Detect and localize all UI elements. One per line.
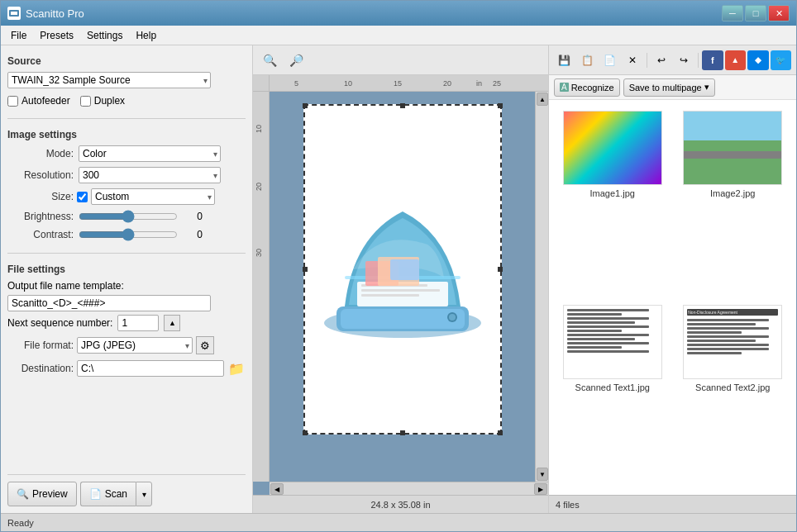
duplex-checkbox-label[interactable]: Duplex	[80, 95, 125, 107]
gallery-item-4[interactable]: Non-Disclosure Agreement Scanne	[676, 301, 790, 488]
autofeeder-duplex-row: Autofeeder Duplex	[7, 95, 246, 107]
destination-input[interactable]	[77, 360, 224, 377]
scan-dropdown-button[interactable]: ▾	[136, 482, 152, 506]
scroll-right-button[interactable]: ▶	[534, 483, 547, 495]
handle-bl[interactable]	[303, 430, 308, 435]
scroll-left-button[interactable]: ◀	[270, 483, 284, 495]
contrast-slider[interactable]	[79, 228, 178, 241]
recognize-button[interactable]: A Recognize	[554, 78, 620, 97]
title-bar: Scanitto Pro ─ □ ✕	[1, 1, 796, 26]
seq-row: Next sequence number: ▲	[7, 315, 246, 331]
size-row: Size: Custom A4 Letter Legal	[7, 188, 246, 205]
horizontal-scrollbar[interactable]: ◀ ▶	[270, 482, 548, 495]
output-template-label: Output file name template:	[7, 280, 246, 292]
gallery-name-3: Scanned Text1.jpg	[575, 382, 650, 392]
svg-text:5: 5	[294, 79, 298, 88]
handle-rm[interactable]	[498, 267, 503, 272]
title-bar-left: Scanitto Pro	[7, 7, 84, 20]
gallery-name-2: Image2.jpg	[710, 188, 755, 198]
format-settings-button[interactable]: ⚙	[196, 336, 214, 354]
file-count: 4 files	[556, 500, 580, 510]
menu-settings[interactable]: Settings	[80, 28, 129, 43]
handle-br[interactable]	[498, 430, 503, 435]
gallery-item-2[interactable]: Image2.jpg	[676, 107, 790, 294]
gallery-copy-button[interactable]: 📋	[577, 50, 599, 70]
svg-rect-16	[361, 289, 440, 292]
toolbar-separator-1	[647, 53, 647, 68]
undo-icon: ↩	[657, 55, 666, 66]
chevron-down-icon: ▾	[142, 490, 146, 499]
menu-presets[interactable]: Presets	[33, 28, 80, 43]
menu-bar: File Presets Settings Help	[1, 26, 796, 45]
scan-region	[303, 104, 502, 435]
zoom-in-button[interactable]: 🔍	[258, 50, 281, 71]
mode-row: Mode: Color Grayscale Black & White	[7, 145, 246, 162]
ocr-icon: A	[560, 83, 569, 92]
output-template-input[interactable]	[7, 295, 211, 311]
vertical-scrollbar[interactable]: ▲ ▼	[535, 92, 548, 482]
svg-text:20: 20	[255, 183, 263, 191]
scroll-down-button[interactable]: ▼	[537, 468, 548, 481]
mode-label: Mode:	[7, 148, 74, 159]
destination-label: Destination:	[7, 363, 74, 374]
handle-tr[interactable]	[498, 103, 503, 108]
preview-button[interactable]: 🔍 Preview	[7, 482, 77, 506]
window-title: Scanitto Pro	[26, 7, 84, 20]
handle-tm[interactable]	[400, 103, 405, 108]
dropbox-button[interactable]: ◆	[747, 50, 768, 70]
svg-rect-21	[390, 259, 419, 280]
zoom-out-button[interactable]: 🔎	[284, 50, 308, 71]
svg-text:20: 20	[443, 79, 451, 88]
destination-row: Destination: 📁	[7, 359, 246, 378]
gallery-undo-button[interactable]: ↩	[651, 50, 672, 70]
autofeeder-checkbox[interactable]	[7, 96, 18, 107]
gallery-save-button[interactable]: 💾	[554, 50, 575, 70]
left-panel: Source TWAIN_32 Sample Source Autofeeder…	[1, 45, 253, 513]
menu-file[interactable]: File	[4, 28, 33, 43]
minimize-button[interactable]: ─	[722, 5, 743, 21]
close-button[interactable]: ✕	[768, 5, 790, 21]
main-content: Source TWAIN_32 Sample Source Autofeeder…	[1, 45, 796, 513]
twitter-button[interactable]: 🐦	[771, 50, 791, 70]
scroll-up-button[interactable]: ▲	[537, 93, 548, 106]
gallery-item-3[interactable]: Scanned Text1.jpg	[556, 301, 670, 488]
gallery-item-1[interactable]: Image1.jpg	[556, 107, 670, 294]
facebook-button[interactable]: f	[702, 50, 723, 70]
brightness-slider[interactable]	[79, 210, 178, 223]
svg-text:30: 30	[255, 249, 263, 257]
file-settings-label: File settings	[7, 264, 246, 275]
gallery-thumb-4: Non-Disclosure Agreement	[683, 305, 782, 379]
autofeeder-checkbox-label[interactable]: Autofeeder	[7, 95, 70, 107]
contrast-label: Contrast:	[7, 229, 74, 240]
contrast-value: 0	[183, 229, 203, 240]
scan-button[interactable]: 📄 Scan	[80, 482, 136, 506]
app-status-text: Ready	[7, 518, 34, 528]
mode-select[interactable]: Color Grayscale Black & White	[79, 145, 221, 162]
gallery-redo-button[interactable]: ↪	[674, 50, 695, 70]
maximize-button[interactable]: □	[745, 5, 766, 21]
file-format-select[interactable]: JPG (JPEG) PNG TIFF BMP PDF	[77, 337, 193, 354]
window-controls: ─ □ ✕	[722, 5, 790, 21]
size-select[interactable]: Custom A4 Letter Legal	[91, 188, 215, 205]
scanner-illustration	[312, 187, 494, 352]
handle-lm[interactable]	[303, 267, 308, 272]
menu-help[interactable]: Help	[129, 28, 163, 43]
folder-browse-button[interactable]: 📁	[227, 359, 246, 378]
scan-icon: 📄	[89, 488, 102, 500]
duplex-checkbox[interactable]	[80, 96, 91, 107]
size-checkbox[interactable]	[77, 192, 88, 202]
resolution-select[interactable]: 150 300 600 1200	[79, 167, 221, 183]
source-select[interactable]: TWAIN_32 Sample Source	[7, 72, 211, 88]
handle-bm[interactable]	[400, 430, 405, 435]
seq-input[interactable]	[117, 315, 159, 331]
save-multipage-button[interactable]: Save to multipage ▾	[623, 78, 715, 97]
gallery-scan-button[interactable]: 📄	[599, 50, 621, 70]
google-drive-icon: ▲	[731, 55, 739, 64]
contrast-row: Contrast: 0	[7, 228, 246, 241]
zoom-in-icon: 🔍	[263, 54, 277, 67]
scroll-area: 10 20 30	[253, 92, 548, 482]
seq-increment-button[interactable]: ▲	[164, 315, 180, 331]
google-drive-button[interactable]: ▲	[725, 50, 746, 70]
handle-tl[interactable]	[303, 103, 308, 108]
gallery-delete-button[interactable]: ✕	[623, 50, 644, 70]
